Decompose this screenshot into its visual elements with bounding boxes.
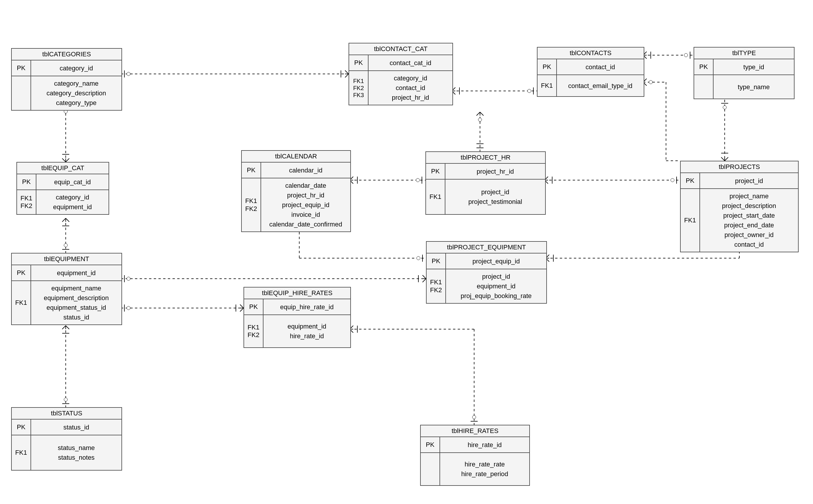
pk-label: PK xyxy=(421,437,440,452)
fields-list: category_id contact_id project_hr_id xyxy=(369,71,452,105)
svg-point-37 xyxy=(472,415,476,419)
field: equipment_description xyxy=(34,293,119,303)
fields-list: calendar_date project_hr_id project_equi… xyxy=(261,178,350,231)
fields-list: category_name category_description categ… xyxy=(31,76,121,110)
fields-list: contact_email_type_id xyxy=(557,75,644,96)
entity-title: tblHIRE_RATES xyxy=(421,425,529,437)
field: project_owner_id xyxy=(703,230,795,240)
field: equipment_name xyxy=(34,283,119,293)
key-label: FK1 FK2 xyxy=(427,269,446,303)
pk-label: PK xyxy=(12,265,31,280)
svg-point-11 xyxy=(127,277,130,280)
key-label: FK1 FK2 xyxy=(17,190,36,214)
field: equipment_status_id xyxy=(34,303,119,312)
svg-point-13 xyxy=(416,178,420,182)
key-label: FK1 FK2 FK3 xyxy=(349,71,369,105)
key-label: FK1 xyxy=(538,75,557,96)
field: project_end_date xyxy=(703,220,795,230)
pk-field: project_hr_id xyxy=(445,164,545,179)
field: project_name xyxy=(703,191,795,201)
field: status_notes xyxy=(34,453,119,462)
entity-tblCONTACTS: tblCONTACTS PKcontact_id FK1 contact_ema… xyxy=(537,47,644,97)
entity-tblTYPE: tblTYPE PKtype_id type_name xyxy=(694,47,795,99)
field: project_testimonial xyxy=(448,197,542,207)
field: hire_rate_id xyxy=(266,331,347,341)
pk-field: equip_cat_id xyxy=(36,174,109,190)
entity-tblEQUIP_CAT: tblEQUIP_CAT PKequip_cat_id FK1 FK2 cate… xyxy=(16,162,109,215)
fields-list: equipment_name equipment_description equ… xyxy=(31,281,121,324)
entity-title: tblPROJECT_EQUIPMENT xyxy=(427,242,546,253)
key-label xyxy=(421,453,440,485)
pk-label: PK xyxy=(12,60,31,76)
entity-title: tblEQUIPMENT xyxy=(12,253,121,265)
key-label: FK1 xyxy=(426,180,445,214)
entity-tblSTATUS: tblSTATUS PKstatus_id FK1 status_name st… xyxy=(11,407,122,471)
entity-title: tblCALENDAR xyxy=(242,151,350,163)
field: invoice_id xyxy=(264,210,347,219)
svg-point-5 xyxy=(64,243,67,247)
pk-field: equipment_id xyxy=(31,265,121,280)
svg-point-28 xyxy=(684,53,688,57)
entity-tblEQUIPMENT: tblEQUIPMENT PKequipment_id FK1 equipmen… xyxy=(11,253,122,325)
pk-label: PK xyxy=(427,253,446,269)
field: category_description xyxy=(34,88,119,98)
pk-field: category_id xyxy=(31,60,121,76)
pk-label: PK xyxy=(244,299,263,314)
fields-list: hire_rate_rate hire_rate_period xyxy=(440,453,529,485)
field: status_id xyxy=(34,312,119,322)
pk-field: equip_hire_rate_id xyxy=(263,299,350,314)
key-label xyxy=(12,76,31,110)
pk-field: contact_cat_id xyxy=(369,55,452,70)
entity-tblEQUIP_HIRE_RATES: tblEQUIP_HIRE_RATES PKequip_hire_rate_id… xyxy=(244,287,351,348)
field: project_id xyxy=(448,187,542,197)
field: category_id xyxy=(371,73,449,83)
field: equipment_id xyxy=(449,281,543,291)
field: type_name xyxy=(716,82,791,92)
svg-point-17 xyxy=(417,256,420,260)
pk-label: PK xyxy=(242,163,261,178)
pk-field: status_id xyxy=(31,420,121,435)
field: hire_rate_rate xyxy=(443,459,526,469)
key-label: FK1 xyxy=(12,435,31,470)
svg-point-9 xyxy=(127,306,130,310)
fields-list: type_name xyxy=(714,75,794,99)
key-label: FK1 FK2 xyxy=(242,178,261,231)
field: project_hr_id xyxy=(371,93,449,102)
svg-point-34 xyxy=(723,106,726,109)
field: contact_id xyxy=(703,240,795,249)
pk-label: PK xyxy=(538,59,557,75)
entity-title: tblCONTACT_CAT xyxy=(349,43,452,55)
entity-tblCATEGORIES: tblCATEGORIES PKcategory_id category_nam… xyxy=(11,48,122,111)
field: hire_rate_period xyxy=(443,469,526,479)
field: equipment_id xyxy=(39,202,106,212)
field: project_description xyxy=(703,201,795,211)
field: project_id xyxy=(449,272,543,281)
field: category_type xyxy=(34,98,119,108)
entity-tblCONTACT_CAT: tblCONTACT_CAT PKcontact_cat_id FK1 FK2 … xyxy=(349,43,453,105)
key-label: FK1 FK2 xyxy=(244,315,263,347)
pk-label: PK xyxy=(681,173,700,188)
field: category_name xyxy=(34,79,119,88)
svg-point-3 xyxy=(127,72,130,76)
svg-point-26 xyxy=(528,89,531,93)
fields-list: project_id project_testimonial xyxy=(445,180,545,214)
entity-tblPROJECTS: tblPROJECTS PKproject_id FK1 project_nam… xyxy=(680,161,799,252)
fields-list: category_id equipment_id xyxy=(36,190,109,214)
erd-canvas: tblCATEGORIES PKcategory_id category_nam… xyxy=(0,0,813,504)
fields-list: status_name status_notes xyxy=(31,435,121,470)
pk-label: PK xyxy=(17,174,36,190)
entity-tblHIRE_RATES: tblHIRE_RATES PKhire_rate_id hire_rate_r… xyxy=(420,425,530,486)
entity-title: tblEQUIP_HIRE_RATES xyxy=(244,287,350,299)
entity-tblPROJECT_EQUIPMENT: tblPROJECT_EQUIPMENT PKproject_equip_id … xyxy=(426,241,547,304)
pk-field: hire_rate_id xyxy=(440,437,529,452)
entity-title: tblEQUIP_CAT xyxy=(17,163,109,174)
svg-point-32 xyxy=(649,80,653,84)
key-label: FK1 xyxy=(681,189,700,252)
fields-list: equipment_id hire_rate_id xyxy=(263,315,350,347)
entity-tblCALENDAR: tblCALENDAR PKcalendar_id FK1 FK2 calend… xyxy=(241,150,351,232)
svg-point-7 xyxy=(64,398,67,401)
entity-title: tblPROJECTS xyxy=(681,161,798,173)
field: category_id xyxy=(39,192,106,202)
field: contact_email_type_id xyxy=(560,81,641,91)
entity-tblPROJECT_HR: tblPROJECT_HR PKproject_hr_id FK1 projec… xyxy=(425,151,546,215)
